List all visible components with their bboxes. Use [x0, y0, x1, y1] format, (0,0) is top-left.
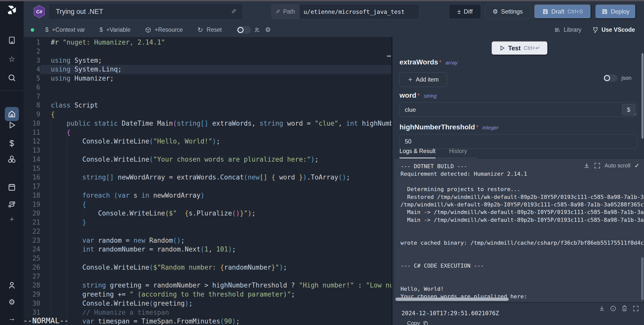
copy-result-button[interactable]: Copy	[407, 320, 428, 325]
indent-guide	[67, 272, 67, 281]
code-line[interactable]: 5using Humanizer;	[24, 74, 391, 83]
line-number: 20	[24, 209, 40, 218]
code-line[interactable]: 13	[24, 146, 391, 155]
code-line[interactable]: 12 Console.WriteLine("Hello, World!");	[24, 137, 391, 146]
use-vscode-button[interactable]: Use VScode	[592, 26, 635, 33]
code-line[interactable]: 32 var timespan = TimeSpan.FromMinutes(9…	[24, 317, 391, 325]
code-line[interactable]: 9{	[24, 110, 391, 119]
sidebar-item-variables-dollar-icon[interactable]	[7, 139, 16, 148]
json-toggle[interactable]	[603, 74, 617, 82]
log-output[interactable]: --- DOTNET BUILD --- Requirement detecte…	[394, 159, 644, 302]
code-editor[interactable]: 1#r "nuget: Humanizer, 2.14.1"23using Sy…	[24, 37, 391, 325]
code-lines: 1#r "nuget: Humanizer, 2.14.1"23using Sy…	[24, 38, 391, 325]
code-line[interactable]: 17	[24, 182, 391, 191]
code-line[interactable]: 24 int randomNumber = random.Next(1, 101…	[24, 245, 391, 254]
code-line[interactable]: 31 // Humanize a timespan	[24, 308, 391, 317]
code-line[interactable]: 2	[24, 47, 391, 56]
run-panel: Test Ctrl+↵ extraWords*array +Add item j…	[392, 37, 644, 325]
vim-mode-indicator: --NORMAL--	[23, 316, 69, 325]
line-number: 22	[24, 227, 40, 236]
code-line[interactable]: 21 }	[24, 218, 391, 227]
resize-handle-icon[interactable]	[633, 113, 636, 116]
windmill-logo-icon[interactable]	[5, 3, 18, 15]
info-icon[interactable]	[610, 305, 616, 312]
sidebar-item-flows-route-icon[interactable]	[7, 200, 16, 209]
sidebar-item-account-user-icon[interactable]	[7, 281, 16, 290]
diff-button[interactable]: ±Diff	[449, 4, 481, 19]
reset-button[interactable]: ↻Reset	[197, 26, 222, 34]
indent-guide	[67, 281, 67, 290]
code-line[interactable]: 6	[24, 83, 391, 92]
panel-vertical-scrollbar[interactable]	[641, 53, 643, 139]
tab-history[interactable]: History	[449, 148, 467, 158]
add-item-button[interactable]: +Add item	[399, 72, 447, 87]
expand-logs-icon[interactable]	[594, 162, 600, 169]
code-line[interactable]: 1#r "nuget: Humanizer, 2.14.1"	[24, 38, 391, 47]
expand-result-icon[interactable]	[633, 305, 639, 312]
log-vertical-scrollbar[interactable]	[641, 257, 643, 300]
indent-guide	[51, 200, 51, 209]
log-horizontal-scrollbar[interactable]	[395, 298, 509, 301]
line-number: 29	[24, 290, 40, 299]
collaborators-icon[interactable]	[254, 27, 260, 33]
code-line[interactable]: 18 foreach (var s in newWordArray)	[24, 191, 391, 200]
code-line[interactable]: 11 {	[24, 128, 391, 137]
sidebar-item-add-plus-icon[interactable]: +	[7, 215, 16, 224]
code-line[interactable]: 29 greeting += " (according to the thres…	[24, 290, 391, 299]
code-line[interactable]: 27	[24, 272, 391, 281]
sidebar-item-home-icon[interactable]	[7, 110, 16, 119]
code-line[interactable]: 26 Console.WriteLine($"Random number: {r…	[24, 263, 391, 272]
diff-mode-toggle[interactable]	[237, 26, 251, 34]
code-line[interactable]: 8class Script	[24, 101, 391, 110]
code-line[interactable]: 14 Console.WriteLine("Your chosen words …	[24, 155, 391, 164]
code-line[interactable]: 30 Console.WriteLine(greeting);	[24, 299, 391, 308]
tab-logs-result[interactable]: Logs & Result	[399, 148, 435, 158]
download-result-icon[interactable]	[599, 305, 605, 312]
settings-button[interactable]: ⚙Settings	[485, 4, 530, 19]
toggle-knob	[604, 75, 610, 81]
add-resource-button[interactable]: +Resource	[145, 26, 183, 33]
sidebar-item-resources-cubes-icon[interactable]	[7, 155, 16, 164]
sidebar-item-favorites-star-icon[interactable]: ☆	[7, 54, 16, 63]
code-line[interactable]: 28 string greeting = randomNumber > high…	[24, 281, 391, 290]
draft-button[interactable]: DraftCtrl+S	[534, 4, 591, 19]
code-line[interactable]: 23 var random = new Random();	[24, 236, 391, 245]
code-line[interactable]: 4using System.Linq;	[24, 65, 391, 74]
highNumberThreshold-value: 50	[405, 138, 637, 145]
download-logs-icon[interactable]	[583, 162, 590, 169]
sidebar-item-settings-gear-icon[interactable]: ⚙	[7, 297, 16, 306]
script-title-input[interactable]: Trying out .NET ✎	[49, 4, 243, 20]
code-line[interactable]: 22	[24, 227, 391, 236]
sidebar-item-runs-play-icon[interactable]	[7, 121, 16, 130]
add-variable-button[interactable]: $+Variable	[100, 26, 131, 33]
indent-guide	[51, 146, 51, 155]
sidebar-item-schedules-calendar-icon[interactable]	[7, 183, 16, 192]
code-line[interactable]: 15	[24, 164, 391, 173]
deploy-button[interactable]: Deploy	[595, 4, 636, 19]
code-line[interactable]: 20 Console.WriteLine($" {s.Pluralize()}"…	[24, 209, 391, 218]
highNumberThreshold-input[interactable]: 50	[399, 134, 637, 149]
clipboard-icon[interactable]	[621, 305, 628, 312]
code-line[interactable]: 16 string[] newWordArray = extraWords.Co…	[24, 173, 391, 182]
library-button[interactable]: Library	[554, 26, 581, 33]
path-field[interactable]: ✎Path u/etienne/microsoft_java_test	[271, 4, 419, 19]
word-input[interactable]: clue $	[399, 102, 637, 117]
edit-path-pencil-icon[interactable]: ✎	[275, 9, 280, 15]
sidebar-item-search-icon[interactable]	[7, 73, 16, 82]
test-button[interactable]: Test Ctrl+↵	[491, 41, 548, 55]
field-label-extraWords: extraWords*array	[399, 58, 458, 66]
autoscroll-checkmark-icon[interactable]: ✓	[634, 162, 639, 169]
code-line[interactable]: 10 public static DateTime Main(string[] …	[24, 119, 391, 128]
code-line[interactable]: 25	[24, 254, 391, 263]
sidebar-item-workspace[interactable]	[7, 36, 16, 45]
code-line[interactable]: 19 {	[24, 200, 391, 209]
code-line[interactable]: 3using System;	[24, 56, 391, 65]
result-pane: 2024-12-10T17:29:51.6021076Z Copy	[394, 302, 644, 325]
sidebar-item-collapse-arrow-icon[interactable]: →	[7, 314, 16, 323]
gear-icon: ⚙	[493, 8, 498, 15]
editor-settings-gear-icon[interactable]: ⚙	[265, 26, 271, 34]
add-context-var-button[interactable]: $+Context var	[45, 26, 85, 33]
code-line[interactable]: 7	[24, 92, 391, 101]
overview-ruler-marker	[387, 55, 391, 57]
edit-title-pencil-icon[interactable]: ✎	[231, 8, 236, 16]
